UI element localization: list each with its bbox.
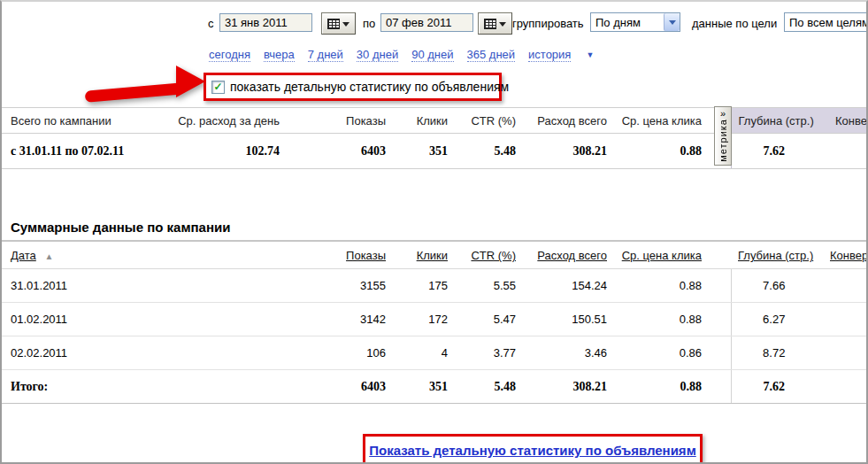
date-from-label: с	[208, 17, 214, 30]
cell-depth: 8.72	[731, 336, 828, 370]
cell-conversion	[828, 269, 868, 303]
cell-depth: 7.62	[731, 134, 828, 169]
date-to-calendar-button[interactable]	[478, 12, 512, 35]
sort-by-spend-link[interactable]: Расход всего	[537, 249, 607, 262]
cell-clicks: 351	[389, 134, 451, 169]
cell-conversion	[828, 336, 868, 370]
column-spacer	[705, 370, 731, 404]
cell-clicks: 351	[389, 370, 451, 404]
header-conversion: Конвер	[828, 108, 868, 134]
checkbox-highlight-annotation: ✓ показать детальную статистику по объяв…	[204, 73, 502, 101]
header-spend-total: Расход всего	[519, 243, 611, 269]
red-arrow-shaft	[85, 82, 185, 103]
cell-clicks: 175	[389, 269, 451, 303]
sort-asc-icon: ▲	[44, 251, 53, 261]
header-avg-cpc: Ср. цена клика	[611, 108, 705, 134]
sort-by-clicks-link[interactable]: Клики	[417, 249, 448, 262]
chevron-down-icon	[664, 13, 680, 31]
cell-conversion	[828, 303, 868, 336]
period-link-90-days[interactable]: 90 дней	[411, 48, 453, 62]
cell-ctr: 5.48	[451, 370, 519, 404]
cell-conversion	[828, 370, 868, 404]
metrika-tab[interactable]: » метрика	[714, 106, 732, 166]
cell-impressions: 6403	[283, 134, 389, 169]
cell-period-label: с 31.01.11 по 07.02.11	[2, 134, 170, 169]
date-to-label: по	[363, 17, 375, 30]
table-row: 02.02.2011 106 4 3.77 3.46 0.86 8.72	[2, 336, 868, 370]
cell-clicks: 4	[389, 336, 451, 370]
date-from-calendar-button[interactable]	[321, 12, 356, 35]
period-links: сегодня вчера 7 дней 30 дней 90 дней 365…	[209, 48, 594, 62]
chevron-down-icon	[342, 22, 350, 30]
cell-date: 02.02.2011	[2, 336, 283, 370]
cell-depth: 6.27	[731, 303, 828, 336]
red-arrow-head	[176, 66, 205, 97]
date-to-input[interactable]	[380, 13, 473, 32]
checkmark-icon: ✓	[213, 81, 222, 92]
goal-selected-value: По всем целям	[789, 16, 868, 29]
detail-stats-checkbox[interactable]: ✓	[211, 81, 225, 94]
header-impressions: Показы	[283, 243, 389, 269]
sort-by-conversion-link[interactable]: Конвер	[830, 249, 868, 262]
sort-by-cpc-link[interactable]: Ср. цена клика	[622, 249, 702, 262]
cell-clicks: 172	[389, 303, 451, 336]
cell-depth: 7.62	[731, 370, 828, 404]
cell-depth: 7.66	[731, 269, 828, 303]
cell-ctr: 3.77	[451, 336, 519, 370]
column-spacer	[705, 336, 731, 370]
cell-ctr: 5.55	[451, 269, 519, 303]
group-by-label: группировать	[512, 17, 584, 30]
show-detail-stats-link[interactable]: Показать детальную статистику по объявле…	[369, 443, 695, 464]
daily-header-row: Дата ▲ Показы Клики CTR (%) Расход всего…	[2, 243, 868, 269]
table-row: 31.01.2011 3155 175 5.55 154.24 0.88 7.6…	[2, 269, 868, 303]
cell-impressions: 6403	[283, 370, 389, 404]
section-divider	[2, 240, 868, 242]
cell-impressions: 106	[283, 336, 389, 370]
cell-date: 31.01.2011	[2, 269, 283, 303]
header-depth: Глубина (стр.)	[731, 243, 828, 269]
header-depth: Глубина (стр.)	[731, 108, 828, 134]
calendar-grid-icon	[484, 19, 496, 29]
cell-total-label: Итого:	[2, 370, 283, 404]
campaign-summary-table: Всего по кампании Ср. расход за день Пок…	[2, 107, 868, 169]
column-spacer	[705, 269, 731, 303]
header-conversion: Конвер	[828, 243, 868, 269]
metrika-tab-label: метрика	[718, 119, 728, 162]
column-spacer	[705, 303, 731, 336]
history-dropdown-icon[interactable]: ▼	[586, 50, 594, 59]
date-from-input[interactable]	[219, 13, 312, 32]
total-row: Итого: 6403 351 5.48 308.21 0.88 7.62	[2, 370, 868, 404]
detail-stats-checkbox-label: показать детальную статистику по объявле…	[230, 80, 509, 94]
campaign-stats-page: с по группировать По дням данные по цели…	[0, 0, 868, 464]
period-link-30-days[interactable]: 30 дней	[357, 48, 398, 62]
summary-data-row: с 31.01.11 по 07.02.11 102.74 6403 351 5…	[2, 134, 868, 169]
sort-by-impressions-link[interactable]: Показы	[346, 249, 386, 262]
bottom-link-annotation: Показать детальную статистику по объявле…	[363, 434, 703, 464]
goal-select[interactable]: По всем целям	[784, 12, 868, 32]
cell-impressions: 3142	[283, 303, 389, 336]
header-avg-cpc: Ср. цена клика	[611, 243, 705, 269]
cell-spend-total: 150.51	[519, 303, 611, 336]
period-link-365-days[interactable]: 365 дней	[467, 48, 516, 62]
period-link-yesterday[interactable]: вчера	[264, 48, 295, 62]
cell-ctr: 5.47	[451, 303, 519, 336]
sort-by-ctr-link[interactable]: CTR (%)	[471, 249, 516, 262]
cell-ctr: 5.48	[451, 134, 519, 169]
header-ctr: CTR (%)	[451, 108, 519, 134]
cell-avg-cpc: 0.88	[611, 269, 705, 303]
expand-chevrons-icon: »	[720, 108, 726, 119]
group-by-select[interactable]: По дням	[590, 12, 680, 32]
chevron-down-icon	[499, 22, 506, 30]
period-link-7-days[interactable]: 7 дней	[308, 48, 343, 62]
header-date: Дата ▲	[2, 243, 283, 269]
header-clicks: Клики	[389, 108, 451, 134]
sort-by-date-link[interactable]: Дата	[11, 249, 36, 262]
period-link-today[interactable]: сегодня	[209, 48, 250, 62]
header-campaign-total: Всего по кампании	[2, 108, 170, 134]
sort-by-depth-link[interactable]: Глубина (стр.)	[738, 249, 813, 262]
header-ctr: CTR (%)	[451, 243, 519, 269]
header-avg-daily-spend: Ср. расход за день	[170, 108, 283, 134]
cell-avg-cpc: 0.86	[611, 336, 705, 370]
summary-header-row: Всего по кампании Ср. расход за день Пок…	[2, 108, 868, 134]
period-link-history[interactable]: история	[528, 48, 571, 62]
